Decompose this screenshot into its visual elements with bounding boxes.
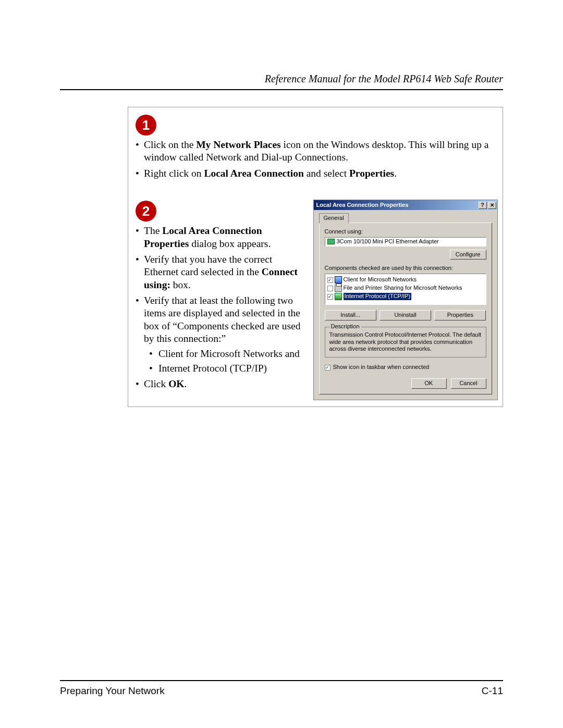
step1-bullet-1: Click on the My Network Places icon on t… bbox=[136, 139, 496, 164]
show-icon-checkbox[interactable] bbox=[325, 365, 331, 371]
step2-sub-1: Client for Microsoft Networks and bbox=[149, 348, 306, 360]
page-header: Reference Manual for the Model RP614 Web… bbox=[60, 73, 503, 85]
configure-button[interactable]: Configure bbox=[450, 250, 486, 260]
step2-bullet-2: Verify that you have the correct Etherne… bbox=[136, 253, 306, 291]
uninstall-button[interactable]: Uninstall bbox=[380, 310, 431, 320]
component-tcpip[interactable]: Internet Protocol (TCP/IP) bbox=[327, 292, 484, 301]
step-2-screenshot-cell: Local Area Connection Properties ? ✕ Gen… bbox=[312, 193, 503, 406]
step2-bullet-4: Click OK. bbox=[136, 378, 306, 390]
step-2-text-cell: 2 The Local Area Connection Properties d… bbox=[128, 193, 312, 406]
steps-table: 1 Click on the My Network Places icon on… bbox=[128, 107, 503, 407]
checkbox-icon[interactable] bbox=[327, 277, 333, 283]
step2-sub-2: Internet Protocol (TCP/IP) bbox=[149, 362, 306, 375]
step-1-badge: 1 bbox=[136, 115, 156, 135]
protocol-icon bbox=[335, 293, 342, 300]
description-group: Description Transmission Control Protoco… bbox=[325, 327, 486, 357]
description-text: Transmission Control Protocol/Internet P… bbox=[329, 331, 482, 353]
adapter-field[interactable]: 3Com 10/100 Mini PCI Ethernet Adapter bbox=[325, 237, 486, 246]
components-list[interactable]: Client for Microsoft Networks File and P… bbox=[325, 274, 486, 305]
description-title: Description bbox=[329, 323, 361, 330]
footer-page-number: C-11 bbox=[482, 685, 503, 697]
footer-rule bbox=[60, 680, 503, 681]
ok-button[interactable]: OK bbox=[411, 378, 447, 389]
dialog-title: Local Area Connection Properties bbox=[316, 200, 478, 210]
close-button[interactable]: ✕ bbox=[488, 202, 496, 209]
client-icon bbox=[335, 276, 342, 283]
cancel-button[interactable]: Cancel bbox=[451, 378, 486, 389]
adapter-name: 3Com 10/100 Mini PCI Ethernet Adapter bbox=[337, 238, 439, 245]
page-footer: Preparing Your Network C-11 bbox=[60, 680, 503, 697]
help-button[interactable]: ? bbox=[479, 202, 487, 209]
checkbox-icon[interactable] bbox=[327, 286, 333, 291]
lan-properties-dialog: Local Area Connection Properties ? ✕ Gen… bbox=[313, 200, 498, 400]
tab-general[interactable]: General bbox=[319, 213, 349, 224]
connect-using-label: Connect using: bbox=[325, 228, 486, 236]
step2-bullet-1: The Local Area Connection Properties dia… bbox=[136, 225, 306, 250]
step-1-cell: 1 Click on the My Network Places icon on… bbox=[128, 107, 503, 194]
show-icon-label: Show icon in taskbar when connected bbox=[333, 364, 430, 371]
install-button[interactable]: Install... bbox=[325, 310, 376, 320]
manual-page: Reference Manual for the Model RP614 Web… bbox=[0, 0, 563, 728]
step2-bullet-3: Verify that at least the following two i… bbox=[136, 294, 306, 375]
step1-bullet-2: Right click on Local Area Connection and… bbox=[136, 167, 496, 180]
printer-icon bbox=[335, 285, 342, 292]
footer-section: Preparing Your Network bbox=[60, 685, 165, 697]
checkbox-icon[interactable] bbox=[327, 294, 333, 300]
step-2-badge: 2 bbox=[136, 201, 156, 221]
component-file-printer[interactable]: File and Printer Sharing for Microsoft N… bbox=[327, 284, 484, 292]
components-label: Components checked are used by this conn… bbox=[325, 265, 486, 272]
header-rule bbox=[60, 89, 503, 90]
properties-button[interactable]: Properties bbox=[434, 310, 486, 320]
component-client[interactable]: Client for Microsoft Networks bbox=[327, 276, 484, 284]
nic-icon bbox=[327, 239, 335, 244]
